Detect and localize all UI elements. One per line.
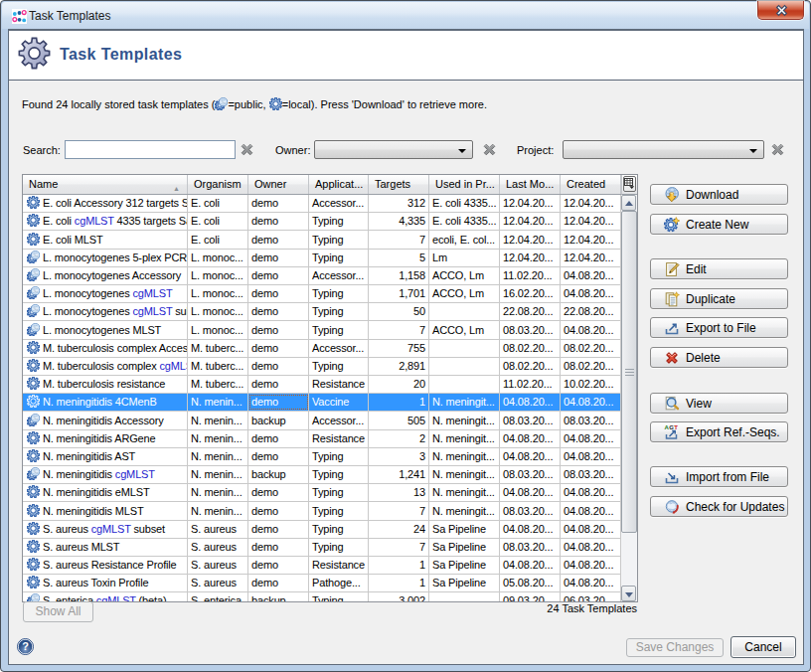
- svg-text:T: T: [674, 424, 678, 430]
- svg-text:?: ?: [22, 640, 29, 652]
